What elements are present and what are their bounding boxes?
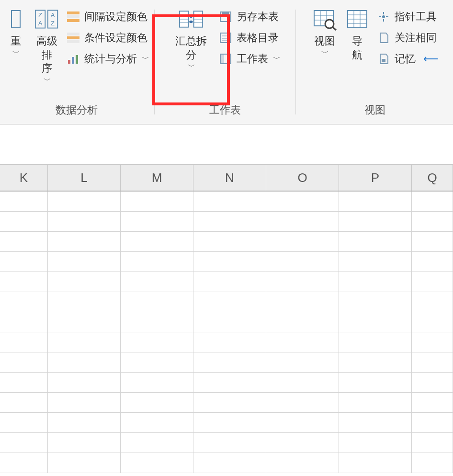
cell[interactable] [266,393,339,412]
cell[interactable] [412,192,453,211]
cell[interactable] [339,212,412,231]
cell[interactable] [412,272,453,292]
cell[interactable] [266,232,339,251]
cell[interactable] [48,292,121,312]
cell[interactable] [0,192,48,211]
cell[interactable] [48,232,121,251]
cell[interactable] [193,453,266,473]
cell[interactable] [193,272,266,292]
cell[interactable] [48,272,121,292]
cell[interactable] [266,433,339,453]
save-as-table-button[interactable]: 另存本表 [217,8,282,26]
column-header-K[interactable]: K [0,165,48,191]
cell[interactable] [339,232,412,251]
cell[interactable] [412,413,453,432]
cell[interactable] [121,272,193,292]
cell[interactable] [193,292,266,312]
cell[interactable] [0,332,48,352]
cell[interactable] [0,373,48,392]
cell[interactable] [339,192,412,211]
column-header-Q[interactable]: Q [412,165,453,191]
column-header-O[interactable]: O [266,165,339,191]
cell[interactable] [193,252,266,272]
view-button[interactable]: 视图 ﹀ [308,4,341,61]
cell[interactable] [0,453,48,473]
cell[interactable] [339,332,412,352]
cell[interactable] [193,212,266,231]
cell[interactable] [266,453,339,473]
cell[interactable] [412,292,453,312]
cell[interactable] [121,252,193,272]
cell[interactable] [266,252,339,272]
cell[interactable] [412,252,453,272]
cell[interactable] [48,373,121,392]
cell[interactable] [121,433,193,453]
cell[interactable] [121,232,193,251]
cell[interactable] [193,393,266,412]
cell[interactable] [412,312,453,332]
resort-button[interactable]: 重 ﹀ [1,4,31,61]
cell[interactable] [0,272,48,292]
cell[interactable] [121,373,193,392]
cell[interactable] [339,453,412,473]
cell[interactable] [48,252,121,272]
cell[interactable] [193,413,266,432]
cell[interactable] [48,332,121,352]
cell[interactable] [339,292,412,312]
cell[interactable] [48,433,121,453]
cell[interactable] [121,212,193,231]
column-header-N[interactable]: N [193,165,266,191]
cell[interactable] [339,272,412,292]
cell[interactable] [0,212,48,231]
cell[interactable] [193,192,266,211]
cell[interactable] [48,212,121,231]
cell[interactable] [121,292,193,312]
summary-split-button[interactable]: 汇总拆 分 ﹀ [167,4,215,75]
cell[interactable] [339,252,412,272]
cell[interactable] [0,232,48,251]
cell[interactable] [48,192,121,211]
cell[interactable] [266,352,339,372]
cell[interactable] [266,413,339,432]
cell[interactable] [339,433,412,453]
cell[interactable] [266,212,339,231]
cell[interactable] [193,232,266,251]
cell[interactable] [193,332,266,352]
cell[interactable] [0,292,48,312]
cell[interactable] [0,393,48,412]
cell[interactable] [121,413,193,432]
cell[interactable] [412,453,453,473]
cell[interactable] [339,373,412,392]
cell[interactable] [0,252,48,272]
navigate-button[interactable]: 导 航 [341,4,374,65]
cell[interactable] [0,413,48,432]
cell[interactable] [0,352,48,372]
column-header-M[interactable]: M [121,165,193,191]
cell[interactable] [121,332,193,352]
cell[interactable] [48,352,121,372]
cell[interactable] [193,312,266,332]
cell[interactable] [412,332,453,352]
cell[interactable] [412,232,453,251]
memory-button[interactable]: 记忆 ⟵ [375,50,440,68]
cell[interactable] [412,373,453,392]
cell[interactable] [412,352,453,372]
cell[interactable] [266,272,339,292]
cell[interactable] [48,393,121,412]
cell[interactable] [339,312,412,332]
cell[interactable] [121,352,193,372]
cell[interactable] [412,212,453,231]
cell[interactable] [121,312,193,332]
cell[interactable] [412,393,453,412]
cell[interactable] [0,312,48,332]
cell[interactable] [121,453,193,473]
focus-same-button[interactable]: 关注相同 [375,29,440,47]
cell[interactable] [193,373,266,392]
cell[interactable] [193,433,266,453]
cell[interactable] [266,312,339,332]
advanced-sort-button[interactable]: Z A A Z 高级排 序 ﹀ [31,4,63,89]
worksheet-menu-button[interactable]: 工作表 ﹀ [217,50,282,68]
cell[interactable] [0,433,48,453]
formula-bar-area[interactable] [0,125,453,165]
stats-analysis-button[interactable]: 统计与分析 ﹀ [65,50,150,68]
